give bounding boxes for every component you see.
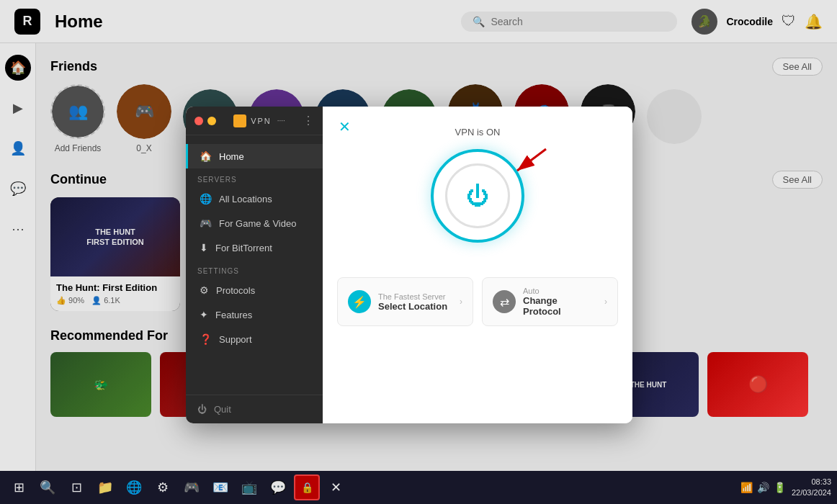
vpn-servers-label: Servers <box>186 168 323 186</box>
vpn-quit-label: Quit <box>214 404 231 415</box>
vpn-logo-area: VPN ···· <box>220 114 298 127</box>
home-nav-icon: 🏠 <box>200 150 212 162</box>
vpn-nav-bittorrent[interactable]: ⬇ For BitTorrent <box>186 235 323 260</box>
vpn-protocol-text: Auto Change Protocol <box>523 287 597 317</box>
vpn-logo-icon <box>233 114 246 127</box>
vpn-nav-support[interactable]: ❓ Support <box>186 327 323 351</box>
vpn-subtitle: ···· <box>277 117 285 125</box>
vpn-location-title: The Fastest Server <box>378 292 452 301</box>
vpn-settings-label: Settings <box>186 260 323 278</box>
vpn-nav-game-video-label: For Game & Video <box>219 218 296 229</box>
traffic-light-minimize[interactable] <box>207 117 216 125</box>
power-ring-container: ⏻ <box>431 149 524 260</box>
protocol-icon: ⇄ <box>493 290 516 313</box>
bittorrent-icon: ⬇ <box>200 242 208 253</box>
vpn-protocol-card[interactable]: ⇄ Auto Change Protocol › <box>482 277 618 326</box>
vpn-nav: 🏠 Home Servers 🌐 All Locations 🎮 For Gam… <box>186 135 323 360</box>
vpn-nav-home[interactable]: 🏠 Home <box>186 144 323 168</box>
vpn-main-panel: ✕ VPN is ON ⏻ ⚡ <box>323 107 632 423</box>
support-icon: ❓ <box>200 333 212 345</box>
chevron-right-icon: › <box>460 297 462 307</box>
vpn-window: VPN ···· ⋮ 🏠 Home Servers 🌐 All Location… <box>186 107 632 423</box>
vpn-cards: ⚡ The Fastest Server Select Location › ⇄… <box>337 277 618 326</box>
red-arrow-indicator <box>496 142 553 185</box>
svg-line-1 <box>517 149 546 171</box>
vpn-close-button[interactable]: ✕ <box>334 117 354 137</box>
vpn-nav-all-locations[interactable]: 🌐 All Locations <box>186 186 323 211</box>
vpn-protocol-title: Auto <box>523 287 597 295</box>
vpn-nav-bittorrent-label: For BitTorrent <box>215 243 272 253</box>
vpn-nav-protocols-label: Protocols <box>216 285 255 296</box>
vpn-title: VPN <box>251 117 272 125</box>
vpn-nav-game-video[interactable]: 🎮 For Game & Video <box>186 211 323 235</box>
power-off-icon: ⏻ <box>197 404 207 415</box>
vpn-protocol-value: Change Protocol <box>523 295 597 317</box>
power-icon: ⏻ <box>466 183 489 210</box>
globe-icon: 🌐 <box>200 193 212 204</box>
vpn-nav-features[interactable]: ✦ Features <box>186 302 323 327</box>
vpn-status-label: VPN is ON <box>455 127 501 138</box>
game-icon: 🎮 <box>200 217 212 229</box>
vpn-sidebar: VPN ···· ⋮ 🏠 Home Servers 🌐 All Location… <box>186 107 323 423</box>
vpn-nav-features-label: Features <box>215 310 252 320</box>
vpn-location-value: Select Location <box>378 301 452 312</box>
vpn-titlebar: VPN ···· ⋮ <box>186 107 323 135</box>
vpn-nav-support-label: Support <box>219 334 252 345</box>
vpn-card-text: The Fastest Server Select Location <box>378 292 452 312</box>
vpn-quit-button[interactable]: ⏻ Quit <box>186 395 323 423</box>
protocols-icon: ⚙ <box>200 284 209 296</box>
features-icon: ✦ <box>200 309 208 320</box>
vpn-nav-protocols[interactable]: ⚙ Protocols <box>186 278 323 302</box>
vpn-location-card[interactable]: ⚡ The Fastest Server Select Location › <box>337 277 473 326</box>
chevron-right-icon-2: › <box>604 297 607 307</box>
vpn-menu-dots-icon[interactable]: ⋮ <box>303 114 314 127</box>
location-icon: ⚡ <box>348 290 371 313</box>
traffic-light-close[interactable] <box>194 117 203 125</box>
vpn-nav-home-label: Home <box>219 151 244 162</box>
vpn-nav-all-locations-label: All Locations <box>219 194 272 204</box>
